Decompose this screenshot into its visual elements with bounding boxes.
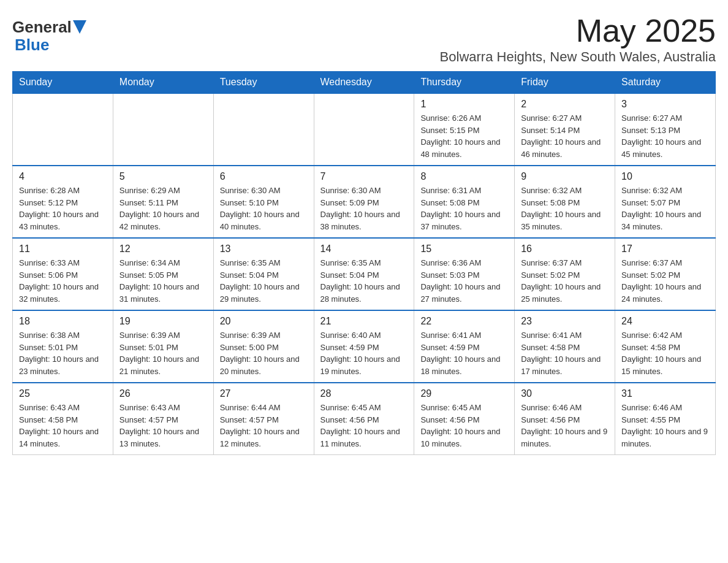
logo: General Blue: [12, 18, 86, 53]
calendar-cell: 11Sunrise: 6:33 AMSunset: 5:06 PMDayligh…: [13, 238, 113, 310]
day-info: Sunrise: 6:30 AMSunset: 5:09 PMDaylight:…: [320, 185, 408, 232]
day-number: 2: [521, 99, 609, 110]
calendar-cell: 3Sunrise: 6:27 AMSunset: 5:13 PMDaylight…: [615, 93, 716, 166]
day-number: 3: [621, 99, 709, 110]
day-number: 20: [220, 316, 308, 327]
day-number: 29: [420, 388, 508, 399]
day-number: 24: [621, 316, 709, 327]
svg-marker-0: [73, 20, 86, 34]
day-number: 31: [621, 388, 709, 399]
column-header-sunday: Sunday: [13, 72, 113, 94]
day-info: Sunrise: 6:38 AMSunset: 5:01 PMDaylight:…: [19, 329, 107, 377]
day-info: Sunrise: 6:39 AMSunset: 5:01 PMDaylight:…: [119, 329, 207, 377]
day-number: 15: [420, 243, 508, 255]
calendar-cell: 30Sunrise: 6:46 AMSunset: 4:56 PMDayligh…: [515, 383, 615, 455]
calendar-cell: 10Sunrise: 6:32 AMSunset: 5:07 PMDayligh…: [615, 166, 716, 238]
day-info: Sunrise: 6:35 AMSunset: 5:04 PMDaylight:…: [220, 257, 308, 305]
day-number: 11: [19, 243, 107, 255]
day-info: Sunrise: 6:45 AMSunset: 4:56 PMDaylight:…: [420, 402, 508, 450]
day-info: Sunrise: 6:46 AMSunset: 4:55 PMDaylight:…: [621, 402, 709, 450]
calendar-cell: [213, 93, 314, 166]
calendar-cell: 19Sunrise: 6:39 AMSunset: 5:01 PMDayligh…: [113, 310, 213, 383]
day-info: Sunrise: 6:27 AMSunset: 5:14 PMDaylight:…: [521, 112, 609, 160]
day-info: Sunrise: 6:34 AMSunset: 5:05 PMDaylight:…: [119, 257, 207, 305]
logo-triangle-icon: [73, 20, 86, 34]
column-header-wednesday: Wednesday: [314, 72, 414, 94]
day-info: Sunrise: 6:43 AMSunset: 4:58 PMDaylight:…: [19, 402, 107, 450]
day-info: Sunrise: 6:33 AMSunset: 5:06 PMDaylight:…: [19, 257, 107, 305]
calendar-cell: 24Sunrise: 6:42 AMSunset: 4:58 PMDayligh…: [615, 310, 716, 383]
calendar-cell: 22Sunrise: 6:41 AMSunset: 4:59 PMDayligh…: [414, 310, 515, 383]
day-info: Sunrise: 6:31 AMSunset: 5:08 PMDaylight:…: [420, 185, 508, 232]
day-number: 18: [19, 316, 107, 327]
day-info: Sunrise: 6:28 AMSunset: 5:12 PMDaylight:…: [19, 185, 107, 232]
location-title: Bolwarra Heights, New South Wales, Austr…: [440, 49, 716, 65]
day-number: 14: [320, 243, 408, 255]
day-number: 8: [420, 171, 508, 182]
day-info: Sunrise: 6:46 AMSunset: 4:56 PMDaylight:…: [521, 402, 609, 450]
calendar-cell: 20Sunrise: 6:39 AMSunset: 5:00 PMDayligh…: [213, 310, 314, 383]
day-info: Sunrise: 6:41 AMSunset: 4:58 PMDaylight:…: [521, 329, 609, 377]
day-info: Sunrise: 6:41 AMSunset: 4:59 PMDaylight:…: [420, 329, 508, 377]
calendar-cell: 23Sunrise: 6:41 AMSunset: 4:58 PMDayligh…: [515, 310, 615, 383]
day-number: 27: [220, 388, 308, 399]
day-number: 6: [220, 171, 308, 182]
calendar-cell: 6Sunrise: 6:30 AMSunset: 5:10 PMDaylight…: [213, 166, 314, 238]
calendar-cell: 26Sunrise: 6:43 AMSunset: 4:57 PMDayligh…: [113, 383, 213, 455]
calendar-cell: 7Sunrise: 6:30 AMSunset: 5:09 PMDaylight…: [314, 166, 414, 238]
calendar-cell: 4Sunrise: 6:28 AMSunset: 5:12 PMDaylight…: [13, 166, 113, 238]
day-number: 23: [521, 316, 609, 327]
day-number: 16: [521, 243, 609, 255]
calendar-cell: 12Sunrise: 6:34 AMSunset: 5:05 PMDayligh…: [113, 238, 213, 310]
calendar-cell: 5Sunrise: 6:29 AMSunset: 5:11 PMDaylight…: [113, 166, 213, 238]
calendar-cell: 25Sunrise: 6:43 AMSunset: 4:58 PMDayligh…: [13, 383, 113, 455]
day-number: 10: [621, 171, 709, 182]
day-number: 12: [119, 243, 207, 255]
day-number: 17: [621, 243, 709, 255]
calendar-cell: 14Sunrise: 6:35 AMSunset: 5:04 PMDayligh…: [314, 238, 414, 310]
day-number: 26: [119, 388, 207, 399]
calendar-cell: 17Sunrise: 6:37 AMSunset: 5:02 PMDayligh…: [615, 238, 716, 310]
calendar-week-row: 25Sunrise: 6:43 AMSunset: 4:58 PMDayligh…: [13, 383, 716, 455]
calendar-cell: 15Sunrise: 6:36 AMSunset: 5:03 PMDayligh…: [414, 238, 515, 310]
day-info: Sunrise: 6:26 AMSunset: 5:15 PMDaylight:…: [420, 112, 508, 160]
day-info: Sunrise: 6:42 AMSunset: 4:58 PMDaylight:…: [621, 329, 709, 377]
day-number: 4: [19, 171, 107, 182]
day-info: Sunrise: 6:39 AMSunset: 5:00 PMDaylight:…: [220, 329, 308, 377]
calendar-cell: 1Sunrise: 6:26 AMSunset: 5:15 PMDaylight…: [414, 93, 515, 166]
calendar-cell: [13, 93, 113, 166]
calendar-header-row: SundayMondayTuesdayWednesdayThursdayFrid…: [13, 72, 716, 94]
logo-blue-text: Blue: [12, 36, 86, 54]
title-area: May 2025 Bolwarra Heights, New South Wal…: [440, 12, 716, 65]
logo-general-text: General: [12, 18, 72, 36]
calendar-cell: 21Sunrise: 6:40 AMSunset: 4:59 PMDayligh…: [314, 310, 414, 383]
day-info: Sunrise: 6:32 AMSunset: 5:07 PMDaylight:…: [621, 185, 709, 232]
day-info: Sunrise: 6:32 AMSunset: 5:08 PMDaylight:…: [521, 185, 609, 232]
day-info: Sunrise: 6:30 AMSunset: 5:10 PMDaylight:…: [220, 185, 308, 232]
calendar-cell: 29Sunrise: 6:45 AMSunset: 4:56 PMDayligh…: [414, 383, 515, 455]
day-info: Sunrise: 6:43 AMSunset: 4:57 PMDaylight:…: [119, 402, 207, 450]
calendar-cell: [314, 93, 414, 166]
column-header-friday: Friday: [515, 72, 615, 94]
column-header-tuesday: Tuesday: [213, 72, 314, 94]
day-info: Sunrise: 6:45 AMSunset: 4:56 PMDaylight:…: [320, 402, 408, 450]
calendar-cell: 8Sunrise: 6:31 AMSunset: 5:08 PMDaylight…: [414, 166, 515, 238]
day-number: 1: [420, 99, 508, 110]
page-header: General Blue May 2025 Bolwarra Heights, …: [12, 12, 716, 65]
day-info: Sunrise: 6:37 AMSunset: 5:02 PMDaylight:…: [521, 257, 609, 305]
day-number: 9: [521, 171, 609, 182]
day-number: 28: [320, 388, 408, 399]
day-info: Sunrise: 6:44 AMSunset: 4:57 PMDaylight:…: [220, 402, 308, 450]
calendar-cell: [113, 93, 213, 166]
calendar-cell: 31Sunrise: 6:46 AMSunset: 4:55 PMDayligh…: [615, 383, 716, 455]
calendar-week-row: 11Sunrise: 6:33 AMSunset: 5:06 PMDayligh…: [13, 238, 716, 310]
calendar-cell: 2Sunrise: 6:27 AMSunset: 5:14 PMDaylight…: [515, 93, 615, 166]
day-info: Sunrise: 6:37 AMSunset: 5:02 PMDaylight:…: [621, 257, 709, 305]
day-number: 30: [521, 388, 609, 399]
calendar-cell: 9Sunrise: 6:32 AMSunset: 5:08 PMDaylight…: [515, 166, 615, 238]
day-number: 5: [119, 171, 207, 182]
calendar-cell: 28Sunrise: 6:45 AMSunset: 4:56 PMDayligh…: [314, 383, 414, 455]
column-header-saturday: Saturday: [615, 72, 716, 94]
calendar-cell: 18Sunrise: 6:38 AMSunset: 5:01 PMDayligh…: [13, 310, 113, 383]
calendar-week-row: 18Sunrise: 6:38 AMSunset: 5:01 PMDayligh…: [13, 310, 716, 383]
